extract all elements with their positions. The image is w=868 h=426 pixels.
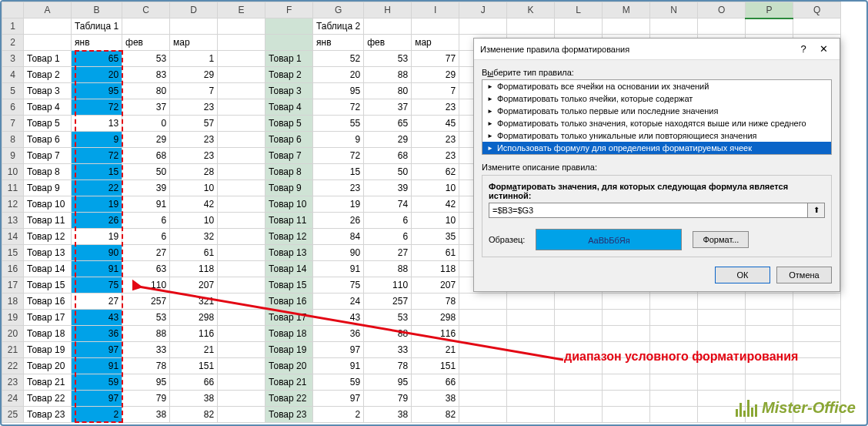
cell-C18[interactable]: 257 (122, 294, 170, 310)
cell-G11[interactable]: 23 (313, 180, 364, 196)
cell-H3[interactable]: 53 (364, 51, 412, 67)
cell-I9[interactable]: 23 (412, 148, 459, 164)
cell-C10[interactable]: 50 (122, 164, 170, 180)
cell-H4[interactable]: 88 (364, 67, 412, 83)
row-header-5[interactable]: 5 (2, 83, 24, 99)
cell-H15[interactable]: 27 (364, 245, 412, 261)
cell-N25[interactable] (650, 407, 698, 423)
cell-L20[interactable] (555, 326, 603, 342)
row-header-10[interactable]: 10 (2, 164, 24, 180)
cell-A17[interactable]: Товар 15 (24, 277, 72, 294)
cell-D11[interactable]: 10 (170, 180, 218, 196)
col-header-M[interactable]: M (603, 2, 650, 18)
cell-D14[interactable]: 32 (170, 229, 218, 245)
col-header-I[interactable]: I (412, 2, 459, 18)
row-header-21[interactable]: 21 (2, 342, 24, 358)
cell-P20[interactable] (746, 326, 793, 342)
cell-G12[interactable]: 19 (313, 196, 364, 213)
cell-F4[interactable]: Товар 2 (265, 67, 313, 83)
cell-C15[interactable]: 27 (122, 245, 170, 261)
cell-B11[interactable]: 22 (72, 180, 122, 196)
cell-A8[interactable]: Товар 6 (24, 132, 72, 148)
cell-J25[interactable] (459, 407, 507, 423)
rule-option-5[interactable]: Использовать формулу для определения фор… (482, 142, 831, 154)
cell-E1[interactable] (218, 18, 265, 35)
cell-D8[interactable]: 23 (170, 132, 218, 148)
cell-D17[interactable]: 207 (170, 277, 218, 294)
cell-I24[interactable]: 38 (412, 391, 459, 407)
cell-I7[interactable]: 45 (412, 116, 459, 132)
col-header-H[interactable]: H (364, 2, 412, 18)
cell-N1[interactable] (650, 18, 698, 35)
cell-Q20[interactable] (793, 326, 841, 342)
cell-D7[interactable]: 57 (170, 116, 218, 132)
cell-H24[interactable]: 79 (364, 391, 412, 407)
cell-J20[interactable] (459, 326, 507, 342)
cell-A18[interactable]: Товар 16 (24, 294, 72, 310)
cell-C16[interactable]: 63 (122, 261, 170, 277)
cell-A13[interactable]: Товар 11 (24, 213, 72, 229)
rule-option-4[interactable]: Форматировать только уникальные или повт… (482, 129, 831, 142)
cell-A7[interactable]: Товар 5 (24, 116, 72, 132)
cell-A1[interactable] (24, 18, 72, 35)
rule-option-2[interactable]: Форматировать только первые или последни… (482, 105, 831, 117)
row-header-24[interactable]: 24 (2, 391, 24, 407)
cell-C22[interactable]: 78 (122, 358, 170, 374)
rule-option-0[interactable]: Форматировать все ячейки на основании их… (482, 80, 831, 92)
cell-B13[interactable]: 26 (72, 213, 122, 229)
cell-F1[interactable] (265, 18, 313, 35)
row-header-22[interactable]: 22 (2, 358, 24, 374)
ok-button[interactable]: ОК (715, 267, 770, 283)
range-picker-icon[interactable]: ⬆ (808, 203, 825, 218)
cell-B6[interactable]: 72 (72, 99, 122, 116)
cell-E25[interactable] (218, 407, 265, 423)
cell-H7[interactable]: 65 (364, 116, 412, 132)
cell-H13[interactable]: 6 (364, 213, 412, 229)
cell-B3[interactable]: 65 (72, 51, 122, 67)
cell-I2[interactable]: мар (412, 35, 459, 51)
cell-I13[interactable]: 10 (412, 213, 459, 229)
cell-C17[interactable]: 110 (122, 277, 170, 294)
cell-H20[interactable]: 88 (364, 326, 412, 342)
cell-G10[interactable]: 15 (313, 164, 364, 180)
cell-J22[interactable] (459, 358, 507, 374)
cell-H17[interactable]: 110 (364, 277, 412, 294)
cell-D25[interactable]: 82 (170, 407, 218, 423)
cell-H11[interactable]: 39 (364, 180, 412, 196)
rule-option-3[interactable]: Форматировать только значения, которые н… (482, 117, 831, 129)
cell-H2[interactable]: фев (364, 35, 412, 51)
cell-M20[interactable] (603, 326, 650, 342)
cell-I22[interactable]: 151 (412, 358, 459, 374)
col-header-C[interactable]: C (122, 2, 170, 18)
cell-B9[interactable]: 72 (72, 148, 122, 164)
cell-N18[interactable] (650, 294, 698, 310)
cell-D23[interactable]: 66 (170, 374, 218, 391)
cell-A23[interactable]: Товар 21 (24, 374, 72, 391)
cell-I5[interactable]: 7 (412, 83, 459, 99)
cell-C6[interactable]: 37 (122, 99, 170, 116)
cell-B22[interactable]: 91 (72, 358, 122, 374)
cell-I20[interactable]: 116 (412, 326, 459, 342)
cell-D9[interactable]: 23 (170, 148, 218, 164)
rule-type-list[interactable]: Форматировать все ячейки на основании их… (482, 79, 832, 155)
cell-F8[interactable]: Товар 6 (265, 132, 313, 148)
cell-D13[interactable]: 10 (170, 213, 218, 229)
cell-G1[interactable]: Таблица 2 (313, 18, 364, 35)
row-header-11[interactable]: 11 (2, 180, 24, 196)
cell-I11[interactable]: 10 (412, 180, 459, 196)
cell-N24[interactable] (650, 391, 698, 407)
cell-K18[interactable] (507, 294, 555, 310)
col-header-A[interactable]: A (24, 2, 72, 18)
cell-A14[interactable]: Товар 12 (24, 229, 72, 245)
cell-E18[interactable] (218, 294, 265, 310)
cell-O20[interactable] (698, 326, 746, 342)
cell-C23[interactable]: 95 (122, 374, 170, 391)
cell-F5[interactable]: Товар 3 (265, 83, 313, 99)
cell-E10[interactable] (218, 164, 265, 180)
cell-H22[interactable]: 78 (364, 358, 412, 374)
cell-A16[interactable]: Товар 14 (24, 261, 72, 277)
cell-D10[interactable]: 28 (170, 164, 218, 180)
cell-Q1[interactable] (793, 18, 841, 35)
cell-A25[interactable]: Товар 23 (24, 407, 72, 423)
row-header-20[interactable]: 20 (2, 326, 24, 342)
